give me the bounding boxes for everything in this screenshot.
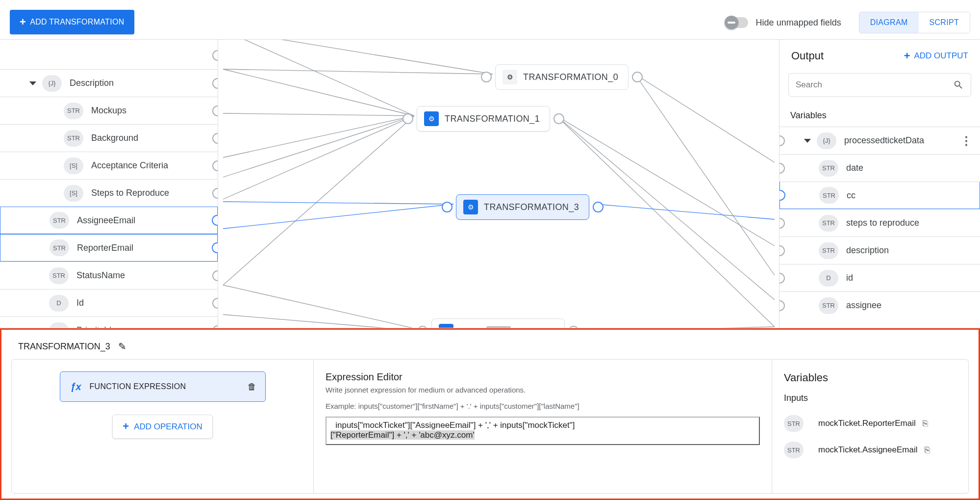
toggle-track[interactable] bbox=[726, 17, 748, 28]
port-out[interactable] bbox=[593, 202, 603, 212]
output-port[interactable] bbox=[212, 215, 218, 226]
input-tree-item[interactable] bbox=[0, 42, 218, 69]
tab-diagram[interactable]: DIAGRAM bbox=[859, 12, 919, 33]
tree-item-label: cc bbox=[847, 190, 855, 201]
transformation-node-0[interactable]: TRANSFORMATION_0 bbox=[495, 64, 628, 90]
output-port[interactable] bbox=[212, 105, 218, 116]
input-port[interactable] bbox=[779, 300, 785, 311]
input-tree-item[interactable]: Id bbox=[0, 289, 218, 316]
add-operation-button[interactable]: ADD OPERATION bbox=[112, 415, 212, 439]
output-tree[interactable]: processedticketData⋮dateccsteps to repro… bbox=[779, 125, 980, 319]
input-tree-item[interactable]: Background bbox=[0, 124, 218, 152]
output-port[interactable] bbox=[212, 325, 218, 328]
gear-icon bbox=[463, 200, 478, 214]
input-port[interactable] bbox=[779, 163, 785, 174]
editor-subtitle-1: Write jsonnet expression for medium or a… bbox=[326, 385, 760, 396]
tree-item-label: Id bbox=[76, 298, 84, 308]
output-port[interactable] bbox=[212, 188, 218, 199]
output-tree-item[interactable]: description bbox=[779, 237, 980, 264]
variable-row: mockTicket.AssigneeEmail bbox=[784, 437, 956, 463]
port-in[interactable] bbox=[402, 113, 413, 124]
chevron-down-icon[interactable] bbox=[804, 139, 811, 143]
input-port[interactable] bbox=[779, 218, 785, 229]
detail-title-row: TRANSFORMATION_3 bbox=[11, 337, 969, 352]
output-port[interactable] bbox=[212, 133, 218, 144]
input-port[interactable] bbox=[779, 190, 785, 201]
search-input[interactable] bbox=[796, 80, 953, 90]
add-transformation-button[interactable]: ADD TRANSFORMATION bbox=[10, 10, 134, 34]
output-port[interactable] bbox=[212, 78, 218, 89]
transformation-node-1[interactable]: TRANSFORMATION_1 bbox=[417, 106, 550, 132]
hide-unmapped-toggle[interactable]: Hide unmapped fields bbox=[726, 17, 841, 28]
expression-editor[interactable]: inputs["mockTicket"]["AssigneeEmail"] + … bbox=[326, 417, 760, 445]
more-icon[interactable]: ⋮ bbox=[960, 134, 972, 148]
input-tree-item[interactable]: PriorityId bbox=[0, 316, 218, 328]
port-out[interactable] bbox=[632, 72, 643, 82]
output-port[interactable] bbox=[212, 242, 218, 253]
output-tree-item[interactable]: date bbox=[779, 154, 980, 182]
str-chip bbox=[784, 415, 804, 432]
edit-icon[interactable] bbox=[118, 341, 126, 352]
variable-row: mockTicket.ReporterEmail bbox=[784, 410, 956, 437]
detail-body: ƒx FUNCTION EXPRESSION ADD OPERATION Exp… bbox=[11, 359, 969, 494]
input-port[interactable] bbox=[779, 273, 785, 284]
delete-icon[interactable] bbox=[248, 382, 256, 392]
input-tree-item[interactable]: StatusName bbox=[0, 262, 218, 289]
transformation-details-panel: TRANSFORMATION_3 ƒx FUNCTION EXPRESSION … bbox=[0, 328, 980, 500]
code-line-2: ["ReporterEmail"] + ',' + 'abc@xyz.com' bbox=[330, 430, 475, 440]
code-line-1: inputs["mockTicket"]["AssigneeEmail"] + … bbox=[335, 421, 575, 430]
node-label: TRANSFORMATION_1 bbox=[445, 114, 540, 124]
is-chip bbox=[64, 158, 83, 174]
str-chip bbox=[819, 160, 838, 177]
drag-handle[interactable] bbox=[486, 326, 511, 328]
output-tree-item[interactable]: steps to reproduce bbox=[779, 209, 980, 237]
output-port[interactable] bbox=[212, 298, 218, 309]
input-port[interactable] bbox=[779, 135, 785, 146]
output-port[interactable] bbox=[212, 270, 218, 281]
tree-item-label: Mockups bbox=[91, 105, 126, 116]
input-tree-item[interactable]: AssigneeEmail bbox=[0, 207, 218, 234]
copy-icon[interactable] bbox=[925, 445, 930, 455]
input-tree-item[interactable]: Acceptance Criteria bbox=[0, 152, 218, 179]
output-search[interactable] bbox=[788, 73, 971, 97]
input-tree-item[interactable]: Mockups bbox=[0, 97, 218, 124]
tree-item-label: Description bbox=[70, 78, 114, 88]
workspace: DescriptionMockupsBackgroundAcceptance C… bbox=[0, 39, 980, 328]
output-tree-root[interactable]: processedticketData⋮ bbox=[779, 127, 980, 154]
tree-item-label: StatusName bbox=[76, 270, 125, 281]
port-out[interactable] bbox=[553, 113, 564, 124]
chevron-down-icon[interactable] bbox=[29, 81, 36, 85]
port-in[interactable] bbox=[442, 202, 452, 212]
port-in[interactable] bbox=[481, 72, 492, 82]
add-output-button[interactable]: ADD OUTPUT bbox=[904, 51, 968, 62]
hide-unmapped-label: Hide unmapped fields bbox=[756, 18, 841, 28]
j-chip bbox=[817, 132, 836, 149]
output-tree-item[interactable]: id bbox=[779, 264, 980, 291]
copy-icon[interactable] bbox=[923, 419, 928, 429]
detail-title: TRANSFORMATION_3 bbox=[18, 342, 110, 352]
node-layer: TRANSFORMATION_0 TRANSFORMATION_1 TRANSF… bbox=[218, 40, 779, 328]
add-operation-label: ADD OPERATION bbox=[134, 422, 202, 432]
port-in[interactable] bbox=[417, 326, 428, 328]
variable-label: mockTicket.AssigneeEmail bbox=[818, 445, 918, 455]
input-tree-item[interactable]: ReporterEmail bbox=[0, 234, 218, 262]
transformation-node-3[interactable]: TRANSFORMATION_3 bbox=[456, 194, 589, 220]
output-port[interactable] bbox=[212, 160, 218, 171]
workspace-row: DescriptionMockupsBackgroundAcceptance C… bbox=[0, 40, 980, 328]
tab-script[interactable]: SCRIPT bbox=[919, 12, 970, 33]
output-tree-item[interactable]: assignee bbox=[779, 291, 980, 319]
output-port[interactable] bbox=[212, 50, 218, 61]
input-port[interactable] bbox=[779, 245, 785, 256]
input-tree-item[interactable]: Description bbox=[0, 69, 218, 97]
str-chip bbox=[64, 130, 83, 147]
diagram-canvas[interactable]: TRANSFORMATION_0 TRANSFORMATION_1 TRANSF… bbox=[218, 40, 779, 328]
input-tree-item[interactable]: Steps to Reproduce bbox=[0, 179, 218, 207]
function-expression-chip[interactable]: ƒx FUNCTION EXPRESSION bbox=[60, 371, 266, 402]
output-tree-item[interactable]: cc bbox=[779, 182, 980, 209]
tree-item-label: date bbox=[846, 163, 863, 173]
input-tree[interactable]: DescriptionMockupsBackgroundAcceptance C… bbox=[0, 40, 218, 328]
port-out[interactable] bbox=[568, 326, 579, 328]
str-chip bbox=[50, 212, 69, 229]
node-label: TRANSFORMATION_3 bbox=[484, 202, 579, 212]
tree-item-label: AssigneeEmail bbox=[77, 215, 135, 226]
